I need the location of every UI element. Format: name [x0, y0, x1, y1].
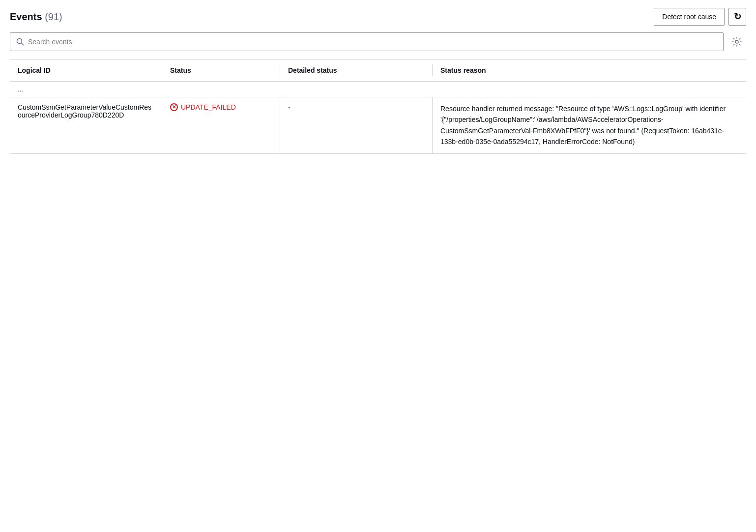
detailed-status-value: -: [288, 103, 291, 111]
refresh-button[interactable]: ↻: [728, 8, 746, 26]
col-header-status-reason: Status reason: [433, 64, 746, 76]
x-mark: ✕: [172, 105, 176, 110]
search-icon: [16, 38, 24, 46]
gear-icon: [732, 37, 742, 47]
truncated-row-indicator: ...: [10, 82, 746, 97]
status-text: UPDATE_FAILED: [181, 103, 236, 111]
events-panel: Events (91) Detect root cause ↻: [0, 0, 756, 162]
logical-id-value: CustomSsmGetParameterValueCustomResource…: [18, 103, 151, 119]
search-input-wrapper: [10, 32, 724, 51]
settings-button[interactable]: [727, 32, 746, 51]
status-failed-icon: ✕: [170, 103, 178, 111]
svg-point-2: [735, 40, 738, 43]
search-input[interactable]: [28, 38, 717, 46]
col-header-logical-id: Logical ID: [10, 64, 162, 76]
events-title: Events (91): [10, 11, 62, 23]
col-header-status: Status: [162, 64, 280, 76]
events-count: (91): [45, 11, 62, 22]
status-reason-value: Resource handler returned message: "Reso…: [440, 105, 726, 146]
events-header: Events (91) Detect root cause ↻: [10, 8, 746, 26]
cell-logical-id: CustomSsmGetParameterValueCustomResource…: [10, 97, 162, 153]
table-row: CustomSsmGetParameterValueCustomResource…: [10, 97, 746, 154]
cell-status-reason: Resource handler returned message: "Reso…: [433, 97, 746, 153]
header-actions: Detect root cause ↻: [654, 8, 746, 26]
title-text: Events: [10, 11, 42, 22]
status-failed-badge: ✕ UPDATE_FAILED: [170, 103, 272, 111]
events-table: Logical ID Status Detailed status Status…: [10, 59, 746, 154]
cell-status: ✕ UPDATE_FAILED: [162, 97, 280, 153]
cell-detailed-status: -: [280, 97, 433, 153]
col-header-detailed-status: Detailed status: [280, 64, 433, 76]
refresh-icon: ↻: [734, 11, 741, 22]
svg-line-1: [22, 43, 24, 45]
detect-root-cause-button[interactable]: Detect root cause: [654, 8, 725, 26]
table-header: Logical ID Status Detailed status Status…: [10, 59, 746, 82]
search-bar-container: [10, 32, 746, 51]
truncated-text: ...: [18, 86, 23, 93]
